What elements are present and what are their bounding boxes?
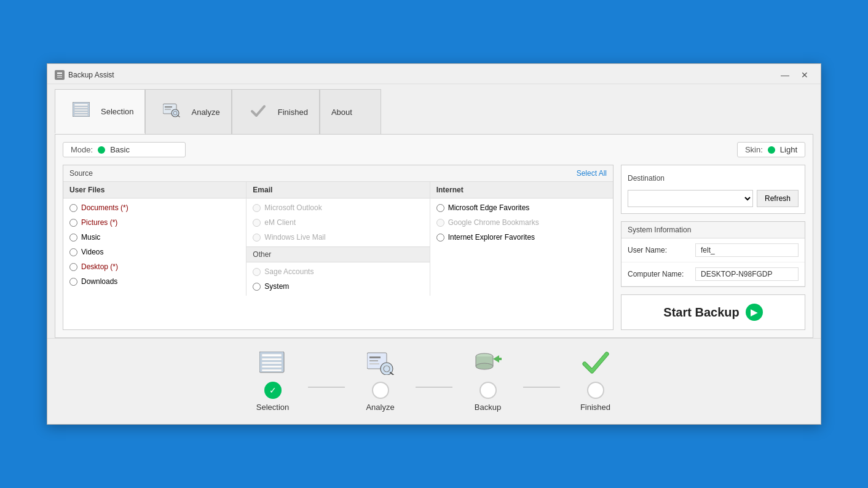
tab-selection[interactable]: Selection xyxy=(55,89,145,134)
username-row: User Name: felt_ xyxy=(621,238,805,262)
system-info-header: System Information xyxy=(621,222,805,238)
step-backup-circle xyxy=(479,382,497,399)
svg-rect-19 xyxy=(262,362,282,364)
other-subheader: Other xyxy=(247,246,429,262)
svg-rect-21 xyxy=(262,369,282,371)
mode-bar: Mode: Basic Skin: Light xyxy=(63,142,805,157)
tab-analyze[interactable]: Analyze xyxy=(145,89,231,134)
analyze-tab-icon xyxy=(157,95,186,125)
destination-select-row: Refresh xyxy=(628,190,799,207)
two-col-layout: Source Select All User Files Documents (… xyxy=(63,165,805,330)
internet-items: Microsoft Edge Favorites Google Chrome B… xyxy=(430,199,613,246)
tab-analyze-label: Analyze xyxy=(191,108,219,117)
step-backup-icon xyxy=(473,348,503,378)
internet-column: Internet Microsoft Edge Favorites Google… xyxy=(430,182,613,296)
list-item[interactable]: Desktop (*) xyxy=(69,262,240,271)
start-backup-label: Start Backup xyxy=(663,305,739,320)
refresh-button[interactable]: Refresh xyxy=(757,190,799,207)
start-backup-button[interactable]: Start Backup ▶ xyxy=(621,294,805,330)
svg-rect-7 xyxy=(74,109,88,111)
source-label: Source xyxy=(69,169,93,178)
destination-panel: Destination Refresh System Information U… xyxy=(621,165,805,330)
step-finished: Finished xyxy=(560,348,631,412)
list-item[interactable]: System xyxy=(253,282,423,291)
list-item[interactable]: Microsoft Outlook xyxy=(253,203,423,212)
mode-section: Mode: Basic xyxy=(63,142,186,157)
svg-rect-20 xyxy=(262,366,282,368)
tab-about[interactable]: About xyxy=(320,89,381,134)
user-files-items: Documents (*) Pictures (*) Music xyxy=(63,199,246,291)
connector-3 xyxy=(523,387,560,388)
email-header: Email xyxy=(247,182,429,199)
computername-row: Computer Name: DESKTOP-N98FGDP xyxy=(621,262,805,286)
svg-rect-3 xyxy=(57,77,62,77)
svg-rect-26 xyxy=(369,356,381,358)
step-analyze-circle xyxy=(372,382,389,399)
list-item[interactable]: Microsoft Edge Favorites xyxy=(436,203,607,212)
list-item[interactable]: Google Chrome Bookmarks xyxy=(436,218,607,227)
finished-tab-icon xyxy=(243,95,273,125)
source-panel: Source Select All User Files Documents (… xyxy=(63,165,614,330)
list-item[interactable]: Windows Live Mail xyxy=(253,233,423,242)
user-files-column: User Files Documents (*) Pictures (*) xyxy=(63,182,247,296)
list-item[interactable]: Sage Accounts xyxy=(253,267,423,276)
list-item[interactable]: Videos xyxy=(69,248,240,256)
other-items: Sage Accounts System xyxy=(247,262,429,296)
title-controls: — ✕ xyxy=(776,69,813,81)
progress-steps: ✓ Selection An xyxy=(237,348,631,412)
step-selection-icon xyxy=(258,348,288,378)
svg-rect-9 xyxy=(74,114,88,116)
svg-rect-17 xyxy=(262,354,282,356)
email-column: Email Microsoft Outlook eM Client xyxy=(247,182,430,296)
system-info-box: System Information User Name: felt_ Comp… xyxy=(621,221,805,287)
svg-rect-2 xyxy=(57,75,62,76)
svg-rect-6 xyxy=(74,107,88,108)
minimize-button[interactable]: — xyxy=(776,69,794,81)
mode-value: Basic xyxy=(110,145,130,154)
tab-bar: Selection Analyze xyxy=(47,84,821,134)
main-window: Backup Assist — ✕ Selection xyxy=(47,63,821,425)
selection-tab-icon xyxy=(66,95,96,124)
skin-label: Skin: xyxy=(745,145,763,154)
user-files-header: User Files xyxy=(63,182,246,199)
app-title: Backup Assist xyxy=(68,71,114,79)
svg-line-13 xyxy=(178,116,180,117)
close-button[interactable]: ✕ xyxy=(796,69,813,81)
svg-rect-15 xyxy=(165,109,171,110)
destination-box: Destination Refresh xyxy=(621,165,805,214)
svg-rect-14 xyxy=(165,106,172,108)
computername-value: DESKTOP-N98FGDP xyxy=(695,267,799,281)
svg-point-33 xyxy=(476,363,493,369)
list-item[interactable]: Internet Explorer Favorites xyxy=(436,233,607,242)
connector-1 xyxy=(308,387,345,388)
step-backup: Backup xyxy=(452,348,523,412)
select-all-link[interactable]: Select All xyxy=(577,169,607,178)
title-bar: Backup Assist — ✕ xyxy=(47,64,821,84)
email-items: Microsoft Outlook eM Client Windows Live… xyxy=(247,199,429,246)
main-content-area: Mode: Basic Skin: Light Source Select Al… xyxy=(55,134,813,338)
svg-rect-5 xyxy=(74,104,88,106)
step-finished-label: Finished xyxy=(580,403,610,412)
internet-header: Internet xyxy=(430,182,613,199)
destination-select[interactable] xyxy=(628,190,753,207)
computername-label: Computer Name: xyxy=(628,270,695,278)
skin-dot xyxy=(768,146,775,154)
svg-rect-1 xyxy=(57,73,62,74)
skin-section: Skin: Light xyxy=(737,142,805,157)
step-finished-icon xyxy=(581,348,610,378)
tab-about-label: About xyxy=(331,108,352,117)
step-finished-circle xyxy=(587,382,604,399)
svg-rect-18 xyxy=(262,358,282,360)
svg-rect-28 xyxy=(369,363,379,364)
list-item[interactable]: Documents (*) xyxy=(69,203,240,212)
step-selection-label: Selection xyxy=(256,403,289,412)
tab-finished-label: Finished xyxy=(278,108,308,117)
tab-finished[interactable]: Finished xyxy=(232,89,320,134)
list-item[interactable]: Pictures (*) xyxy=(69,218,240,227)
list-item[interactable]: Downloads xyxy=(69,277,240,286)
list-item[interactable]: eM Client xyxy=(253,218,423,227)
step-backup-label: Backup xyxy=(475,403,501,412)
list-item[interactable]: Music xyxy=(69,233,240,242)
step-analyze-label: Analyze xyxy=(366,403,394,412)
mode-dot xyxy=(98,146,105,154)
